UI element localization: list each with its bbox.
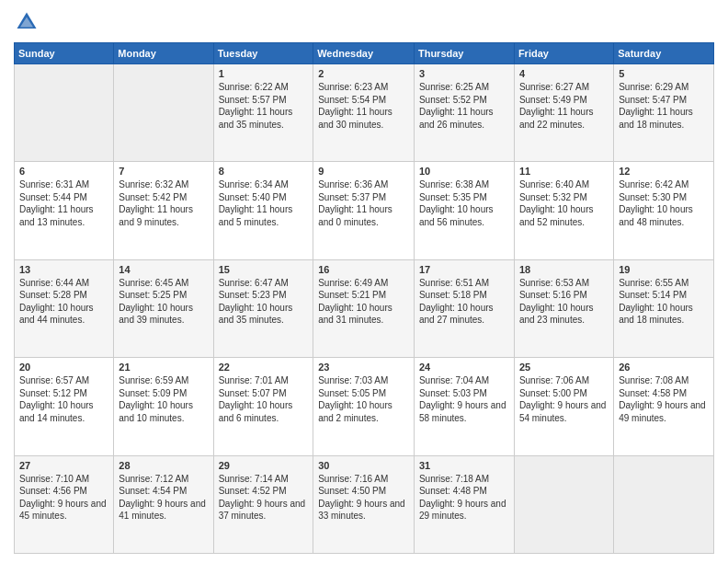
day-info: Sunrise: 6:47 AMSunset: 5:23 PMDaylight:… (219, 278, 293, 326)
weekday-header: Tuesday (213, 43, 313, 64)
day-info: Sunrise: 6:57 AMSunset: 5:12 PMDaylight:… (19, 375, 94, 423)
day-info: Sunrise: 6:40 AMSunset: 5:32 PMDaylight:… (519, 179, 594, 227)
calendar-day (15, 64, 114, 162)
day-info: Sunrise: 7:08 AMSunset: 4:58 PMDaylight:… (619, 375, 706, 423)
calendar-week: 20Sunrise: 6:57 AMSunset: 5:12 PMDayligh… (15, 358, 714, 455)
calendar-day: 21Sunrise: 6:59 AMSunset: 5:09 PMDayligh… (114, 358, 213, 455)
day-number: 16 (318, 264, 409, 275)
day-number: 1 (219, 68, 309, 79)
day-number: 13 (19, 264, 108, 275)
weekday-header: Monday (114, 43, 213, 64)
calendar-day: 3Sunrise: 6:25 AMSunset: 5:52 PMDaylight… (414, 64, 514, 162)
day-number: 2 (318, 68, 409, 79)
calendar-day: 24Sunrise: 7:04 AMSunset: 5:03 PMDayligh… (414, 358, 514, 455)
day-number: 9 (318, 166, 409, 177)
page: SundayMondayTuesdayWednesdayThursdayFrid… (0, 0, 728, 563)
day-number: 3 (419, 68, 509, 79)
day-info: Sunrise: 6:42 AMSunset: 5:30 PMDaylight:… (619, 179, 693, 227)
calendar-day: 18Sunrise: 6:53 AMSunset: 5:16 PMDayligh… (514, 259, 613, 357)
day-info: Sunrise: 6:22 AMSunset: 5:57 PMDaylight:… (219, 82, 293, 130)
calendar-day: 11Sunrise: 6:40 AMSunset: 5:32 PMDayligh… (514, 162, 613, 259)
calendar-day: 27Sunrise: 7:10 AMSunset: 4:56 PMDayligh… (15, 455, 114, 553)
calendar-header: SundayMondayTuesdayWednesdayThursdayFrid… (15, 43, 714, 64)
day-number: 15 (219, 264, 309, 275)
day-number: 17 (419, 264, 509, 275)
calendar-day: 5Sunrise: 6:29 AMSunset: 5:47 PMDaylight… (614, 64, 714, 162)
day-info: Sunrise: 7:18 AMSunset: 4:48 PMDaylight:… (419, 474, 506, 522)
calendar-week: 1Sunrise: 6:22 AMSunset: 5:57 PMDaylight… (15, 64, 714, 162)
day-number: 25 (519, 362, 609, 373)
day-number: 7 (119, 166, 208, 177)
calendar-day: 22Sunrise: 7:01 AMSunset: 5:07 PMDayligh… (213, 358, 313, 455)
calendar-day: 10Sunrise: 6:38 AMSunset: 5:35 PMDayligh… (414, 162, 514, 259)
calendar-day: 17Sunrise: 6:51 AMSunset: 5:18 PMDayligh… (414, 259, 514, 357)
day-number: 14 (119, 264, 208, 275)
calendar-week: 6Sunrise: 6:31 AMSunset: 5:44 PMDaylight… (15, 162, 714, 259)
day-info: Sunrise: 7:10 AMSunset: 4:56 PMDaylight:… (19, 474, 107, 522)
day-info: Sunrise: 6:53 AMSunset: 5:16 PMDaylight:… (519, 278, 594, 326)
calendar-day: 8Sunrise: 6:34 AMSunset: 5:40 PMDaylight… (213, 162, 313, 259)
calendar-day: 19Sunrise: 6:55 AMSunset: 5:14 PMDayligh… (614, 259, 714, 357)
calendar-day: 13Sunrise: 6:44 AMSunset: 5:28 PMDayligh… (15, 259, 114, 357)
day-number: 10 (419, 166, 509, 177)
day-number: 27 (19, 460, 108, 471)
weekday-row: SundayMondayTuesdayWednesdayThursdayFrid… (15, 43, 714, 64)
calendar-day: 7Sunrise: 6:32 AMSunset: 5:42 PMDaylight… (114, 162, 213, 259)
day-number: 4 (519, 68, 609, 79)
day-number: 5 (619, 68, 709, 79)
calendar-day: 15Sunrise: 6:47 AMSunset: 5:23 PMDayligh… (213, 259, 313, 357)
calendar-day: 1Sunrise: 6:22 AMSunset: 5:57 PMDaylight… (213, 64, 313, 162)
calendar-day: 25Sunrise: 7:06 AMSunset: 5:00 PMDayligh… (514, 358, 613, 455)
calendar-day: 4Sunrise: 6:27 AMSunset: 5:49 PMDaylight… (514, 64, 613, 162)
day-number: 29 (219, 460, 309, 471)
day-info: Sunrise: 7:16 AMSunset: 4:50 PMDaylight:… (318, 474, 405, 522)
calendar-day (114, 64, 213, 162)
logo-icon (14, 9, 40, 35)
calendar-day: 9Sunrise: 6:36 AMSunset: 5:37 PMDaylight… (313, 162, 415, 259)
day-number: 21 (119, 362, 208, 373)
calendar-day: 29Sunrise: 7:14 AMSunset: 4:52 PMDayligh… (213, 455, 313, 553)
day-number: 23 (318, 362, 409, 373)
day-number: 30 (318, 460, 409, 471)
weekday-header: Wednesday (313, 43, 415, 64)
calendar-day: 12Sunrise: 6:42 AMSunset: 5:30 PMDayligh… (614, 162, 714, 259)
weekday-header: Friday (514, 43, 613, 64)
logo (14, 9, 43, 35)
day-number: 26 (619, 362, 709, 373)
day-number: 6 (19, 166, 108, 177)
day-info: Sunrise: 7:06 AMSunset: 5:00 PMDaylight:… (519, 375, 607, 423)
day-info: Sunrise: 6:25 AMSunset: 5:52 PMDaylight:… (419, 82, 494, 130)
day-info: Sunrise: 6:45 AMSunset: 5:25 PMDaylight:… (119, 278, 193, 326)
calendar-week: 13Sunrise: 6:44 AMSunset: 5:28 PMDayligh… (15, 259, 714, 357)
day-number: 8 (219, 166, 309, 177)
day-number: 24 (419, 362, 509, 373)
day-info: Sunrise: 6:59 AMSunset: 5:09 PMDaylight:… (119, 375, 193, 423)
calendar-day (614, 455, 714, 553)
calendar-day: 30Sunrise: 7:16 AMSunset: 4:50 PMDayligh… (313, 455, 415, 553)
day-number: 22 (219, 362, 309, 373)
calendar-day: 16Sunrise: 6:49 AMSunset: 5:21 PMDayligh… (313, 259, 415, 357)
calendar-day: 26Sunrise: 7:08 AMSunset: 4:58 PMDayligh… (614, 358, 714, 455)
day-info: Sunrise: 7:01 AMSunset: 5:07 PMDaylight:… (219, 375, 293, 423)
day-info: Sunrise: 6:31 AMSunset: 5:44 PMDaylight:… (19, 179, 94, 227)
day-info: Sunrise: 6:38 AMSunset: 5:35 PMDaylight:… (419, 179, 494, 227)
weekday-header: Saturday (614, 43, 714, 64)
day-info: Sunrise: 6:32 AMSunset: 5:42 PMDaylight:… (119, 179, 193, 227)
day-number: 12 (619, 166, 709, 177)
calendar-body: 1Sunrise: 6:22 AMSunset: 5:57 PMDaylight… (15, 64, 714, 554)
day-info: Sunrise: 6:51 AMSunset: 5:18 PMDaylight:… (419, 278, 494, 326)
day-number: 19 (619, 264, 709, 275)
calendar-day: 20Sunrise: 6:57 AMSunset: 5:12 PMDayligh… (15, 358, 114, 455)
calendar-day: 6Sunrise: 6:31 AMSunset: 5:44 PMDaylight… (15, 162, 114, 259)
day-info: Sunrise: 6:36 AMSunset: 5:37 PMDaylight:… (318, 179, 392, 227)
day-info: Sunrise: 6:27 AMSunset: 5:49 PMDaylight:… (519, 82, 594, 130)
calendar-week: 27Sunrise: 7:10 AMSunset: 4:56 PMDayligh… (15, 455, 714, 553)
weekday-header: Thursday (414, 43, 514, 64)
day-number: 28 (119, 460, 208, 471)
day-info: Sunrise: 6:29 AMSunset: 5:47 PMDaylight:… (619, 82, 693, 130)
calendar-day: 31Sunrise: 7:18 AMSunset: 4:48 PMDayligh… (414, 455, 514, 553)
header (14, 9, 714, 35)
day-info: Sunrise: 6:34 AMSunset: 5:40 PMDaylight:… (219, 179, 293, 227)
calendar-table: SundayMondayTuesdayWednesdayThursdayFrid… (14, 42, 714, 554)
day-number: 18 (519, 264, 609, 275)
